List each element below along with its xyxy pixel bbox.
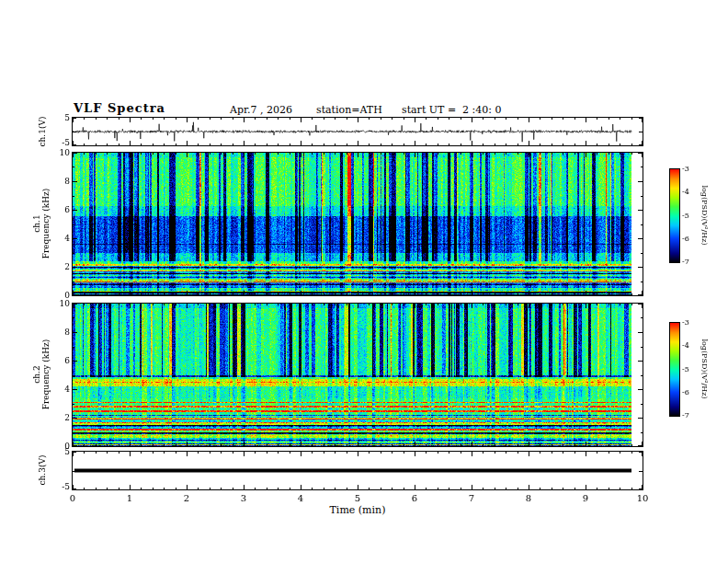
axis-tick bbox=[233, 452, 233, 454]
axis-tick bbox=[404, 144, 404, 145]
tick-label: 5 bbox=[48, 114, 70, 122]
axis-tick bbox=[506, 144, 506, 145]
axis-tick bbox=[119, 144, 119, 145]
axis-tick bbox=[324, 144, 324, 145]
axis-tick bbox=[426, 304, 427, 305]
axis-tick bbox=[301, 118, 301, 122]
axis-tick bbox=[119, 444, 119, 446]
axis-tick bbox=[381, 118, 381, 120]
axis-tick bbox=[369, 452, 370, 454]
axis-tick bbox=[381, 144, 381, 145]
axis-tick bbox=[96, 444, 97, 446]
axis-tick bbox=[290, 488, 290, 489]
ch1-spectrogram-panel bbox=[72, 152, 643, 296]
axis-tick bbox=[506, 304, 506, 305]
axis-tick bbox=[164, 118, 165, 120]
axis-tick bbox=[119, 488, 119, 489]
axis-tick bbox=[107, 144, 108, 145]
axis-tick bbox=[597, 293, 597, 295]
axis-tick bbox=[641, 404, 643, 405]
axis-tick bbox=[495, 452, 495, 454]
axis-tick bbox=[358, 153, 358, 157]
axis-tick bbox=[278, 444, 279, 446]
tick-label: -4 bbox=[682, 189, 697, 196]
axis-tick bbox=[324, 153, 324, 155]
axis-tick bbox=[153, 153, 154, 155]
axis-tick bbox=[609, 304, 609, 305]
axis-tick bbox=[631, 118, 632, 120]
axis-tick bbox=[518, 144, 518, 145]
axis-tick bbox=[495, 304, 495, 305]
axis-tick bbox=[620, 118, 620, 120]
axis-tick bbox=[449, 452, 449, 454]
axis-tick bbox=[84, 452, 85, 454]
axis-tick bbox=[552, 304, 552, 305]
axis-tick bbox=[639, 144, 643, 145]
axis-tick bbox=[233, 488, 233, 489]
axis-tick bbox=[198, 153, 199, 155]
axis-tick bbox=[620, 304, 620, 305]
axis-tick bbox=[347, 144, 347, 145]
ch1-waveform-panel bbox=[72, 117, 643, 146]
axis-tick bbox=[107, 118, 108, 120]
axis-tick bbox=[620, 153, 620, 155]
axis-tick bbox=[107, 444, 108, 446]
axis-tick bbox=[73, 294, 77, 295]
axis-tick bbox=[638, 238, 643, 239]
axis-tick bbox=[540, 293, 540, 295]
axis-tick bbox=[540, 452, 540, 454]
axis-tick bbox=[73, 361, 77, 362]
axis-tick bbox=[73, 445, 77, 446]
axis-tick bbox=[141, 118, 142, 120]
axis-tick bbox=[324, 488, 324, 489]
axis-tick bbox=[198, 144, 199, 145]
axis-tick bbox=[96, 153, 97, 155]
axis-tick bbox=[563, 444, 563, 446]
axis-tick bbox=[221, 144, 222, 145]
axis-tick bbox=[641, 224, 643, 225]
axis-tick bbox=[96, 304, 97, 305]
axis-tick bbox=[574, 444, 575, 446]
axis-tick bbox=[358, 141, 358, 145]
axis-tick bbox=[638, 332, 643, 333]
axis-tick bbox=[153, 118, 154, 120]
axis-tick bbox=[233, 144, 233, 145]
axis-tick bbox=[639, 471, 643, 472]
time-axis-label: Time (min) bbox=[72, 504, 643, 516]
axis-tick bbox=[267, 153, 267, 155]
axis-tick bbox=[641, 375, 643, 376]
axis-tick bbox=[198, 304, 199, 305]
axis-tick bbox=[631, 304, 632, 305]
axis-tick bbox=[73, 452, 76, 453]
axis-tick bbox=[73, 167, 74, 167]
axis-tick bbox=[335, 444, 336, 446]
axis-tick bbox=[335, 144, 336, 145]
axis-tick bbox=[119, 293, 119, 295]
tick-label: -7 bbox=[682, 412, 697, 419]
axis-tick bbox=[586, 452, 586, 456]
axis-tick bbox=[164, 153, 165, 155]
axis-tick bbox=[153, 144, 154, 145]
tick-label: 6 bbox=[405, 494, 424, 503]
axis-tick bbox=[301, 485, 301, 489]
axis-tick bbox=[255, 452, 256, 454]
axis-tick bbox=[301, 452, 301, 456]
axis-tick bbox=[244, 118, 245, 122]
axis-tick bbox=[639, 452, 643, 453]
axis-tick bbox=[164, 452, 165, 454]
axis-tick bbox=[267, 452, 267, 454]
axis-tick bbox=[472, 141, 472, 145]
colorbar-ch2 bbox=[669, 322, 680, 417]
axis-tick bbox=[404, 444, 404, 446]
axis-tick bbox=[597, 452, 597, 454]
axis-tick bbox=[164, 304, 165, 305]
axis-tick bbox=[96, 144, 97, 145]
tick-label: 1 bbox=[120, 494, 139, 503]
axis-tick bbox=[597, 444, 597, 446]
axis-tick bbox=[244, 141, 245, 145]
axis-tick bbox=[415, 153, 415, 157]
axis-tick bbox=[638, 181, 643, 182]
axis-tick bbox=[347, 293, 347, 295]
axis-tick bbox=[233, 153, 233, 155]
axis-tick bbox=[404, 304, 404, 305]
